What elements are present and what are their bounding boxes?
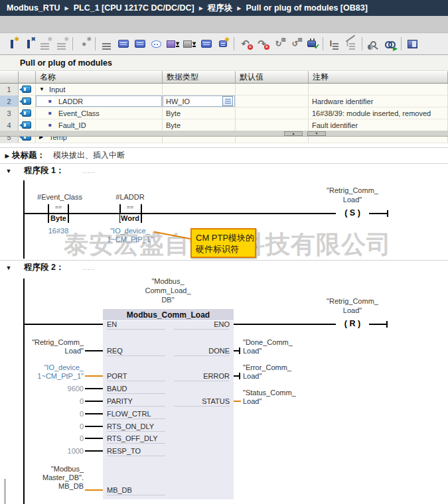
breadcrumb-project[interactable]: Modbus_RTU	[7, 3, 60, 13]
table-row[interactable]: 3 ■Event_Class Byte 16#38/39: module ins…	[0, 107, 448, 119]
insert-block-call-icon[interactable]: ▾	[165, 36, 181, 52]
network2-comment-placeholder[interactable]: .....	[82, 264, 95, 271]
set-coil[interactable]: ( S )	[336, 208, 369, 218]
input-value-resp-to[interactable]: 1000	[15, 447, 84, 456]
input-value-parity[interactable]: 0	[15, 397, 84, 406]
output-operand-status[interactable]: "Status_Comm_Load"	[243, 389, 296, 406]
insert-row-below-icon[interactable]: ✱	[53, 36, 70, 52]
default-cell[interactable]	[236, 84, 309, 95]
scroll-down-button[interactable]: ▼	[307, 131, 326, 136]
callout-note[interactable]: CM PTP模块的 硬件标识符	[190, 228, 256, 258]
editor-layout-icon[interactable]	[404, 36, 421, 52]
pin-flow-ctrl[interactable]: FLOW_CTRL	[107, 410, 165, 419]
compare-operator[interactable]: ==	[125, 204, 135, 211]
pin-en[interactable]: EN	[107, 320, 165, 330]
compare-type[interactable]: Byte	[50, 214, 67, 222]
pin-mb-db[interactable]: MB_DB	[107, 486, 165, 495]
instance-db-name[interactable]: "Modbus_	[151, 277, 184, 286]
expand-arrow-icon[interactable]: ▼	[39, 86, 49, 92]
next-error-icon[interactable]: ↷✕	[254, 36, 270, 52]
datatype-dropdown-button[interactable]	[222, 96, 233, 106]
instance-db-name[interactable]: Comm_Load_	[145, 286, 190, 295]
pin-eno[interactable]: ENO	[174, 320, 230, 330]
column-header-datatype[interactable]: 数据类型	[163, 71, 236, 84]
insert-row-icon[interactable]: ✱	[37, 36, 53, 52]
comment-icon[interactable]	[148, 36, 165, 52]
instance-db-name[interactable]: DB"	[161, 296, 174, 304]
block-title-comment[interactable]: 模块拔出、插入中断	[53, 150, 125, 161]
default-cell[interactable]	[236, 119, 309, 131]
branch-box-icon[interactable]	[131, 36, 148, 52]
name-cell[interactable]: ■Event_Class	[36, 107, 163, 119]
default-cell[interactable]	[236, 95, 309, 107]
comment-cell[interactable]	[309, 84, 448, 95]
name-cell[interactable]: ■LADDR	[36, 95, 163, 107]
expand-networks-icon[interactable]	[198, 36, 214, 52]
copy-structure-icon[interactable]: ●✱	[76, 36, 92, 52]
output-operand-done[interactable]: "Done_Comm_Load"	[243, 338, 293, 355]
network2-header[interactable]: ▼ 程序段 2： .....	[0, 260, 448, 275]
input-operand-mb-db[interactable]: "Modbus_Master_DB".MB_DB	[15, 465, 84, 491]
coil-operand[interactable]: Load"	[343, 306, 362, 315]
datatype-cell[interactable]: HW_IO	[163, 95, 236, 107]
name-cell[interactable]: ▼Input	[36, 84, 163, 95]
search-icon[interactable]	[365, 36, 382, 52]
pin-port[interactable]: PORT	[107, 372, 165, 381]
breadcrumb-block[interactable]: Pull or plug of modules [OB83]	[246, 3, 368, 13]
monitor-on-icon[interactable]: I	[326, 36, 342, 52]
comment-cell[interactable]: Hardware identifier	[309, 95, 448, 107]
column-header-default[interactable]: 默认值	[236, 71, 309, 84]
network1-comment-placeholder[interactable]: .....	[82, 167, 95, 174]
coil-operand[interactable]: "Retrig_Comm_	[327, 186, 378, 195]
coil-operand[interactable]: "Retrig_Comm_	[327, 297, 378, 306]
favorites-icon[interactable]: ★	[214, 36, 231, 52]
outline-icon[interactable]	[98, 36, 115, 52]
table-row[interactable]: 1 ▼Input	[0, 84, 448, 95]
breadcrumb-program-blocks[interactable]: 程序块	[208, 3, 233, 14]
input-operand-req[interactable]: "Retrig_Comm_Load"	[15, 338, 84, 355]
input-value-rts-on-dly[interactable]: 0	[15, 422, 84, 431]
block-title-section[interactable]: ▶ 块标题： 模块拔出、插入中断	[0, 147, 448, 163]
pin-req[interactable]: REQ	[107, 347, 165, 356]
pin-parity[interactable]: PARITY	[107, 397, 165, 407]
collapse-arrow-icon[interactable]: ▼	[4, 168, 13, 174]
delete-network-icon[interactable]: ✖	[20, 36, 37, 52]
table-row[interactable]: 2 ■LADDR HW_IO Hardware identifier	[0, 95, 448, 107]
input-value-rts-off-dly[interactable]: 0	[15, 434, 84, 443]
comment-cell[interactable]: Fault identifier	[309, 119, 448, 131]
datatype-cell[interactable]: Byte	[163, 107, 236, 119]
pin-status[interactable]: STATUS	[174, 397, 230, 407]
collapse-arrow-icon[interactable]: ▼	[4, 265, 13, 271]
monitor-off-icon[interactable]: I	[342, 36, 359, 52]
coil-operand[interactable]: Load"	[343, 196, 362, 204]
insert-empty-box-icon[interactable]: ▾	[181, 36, 198, 52]
update-block-call-icon[interactable]: ↻▦	[270, 36, 287, 52]
column-header-comment[interactable]: 注释	[309, 71, 448, 84]
default-cell[interactable]	[236, 107, 309, 119]
compile-icon[interactable]: ✔	[303, 36, 320, 52]
pin-rts-off-dly[interactable]: RTS_OFF_DLY	[107, 434, 165, 444]
previous-error-icon[interactable]: ↶✕	[237, 36, 254, 52]
compare-operator[interactable]: ==	[54, 204, 64, 211]
add-network-icon[interactable]: ✱	[3, 36, 20, 52]
reset-coil[interactable]: ( R )	[336, 319, 369, 329]
input-value-flow-ctrl[interactable]: 0	[15, 410, 84, 418]
output-operand-error[interactable]: "Error_Comm_Load"	[243, 363, 291, 381]
network1-header[interactable]: ▼ 程序段 1： .....	[0, 163, 448, 178]
table-row[interactable]: 4 ■Fault_ID Byte Fault identifier	[0, 119, 448, 131]
column-header-name[interactable]: 名称	[36, 71, 163, 84]
breadcrumb-plc[interactable]: PLC_1 [CPU 1217C DC/DC/DC]	[74, 3, 194, 13]
pin-baud[interactable]: BAUD	[107, 385, 165, 394]
snapshot-icon[interactable]: ↺▦	[287, 36, 303, 52]
input-value-baud[interactable]: 9600	[15, 385, 84, 393]
input-operand-port[interactable]: "IO_device_1~CM_PtP_1"	[15, 363, 84, 381]
contact-operand[interactable]: #LADDR	[115, 193, 144, 202]
comment-cell[interactable]: 16#38/39: module inserted, removed	[309, 107, 448, 119]
pin-done[interactable]: DONE	[174, 347, 230, 356]
compare-type[interactable]: Word	[120, 214, 140, 222]
datatype-cell[interactable]: Byte	[163, 119, 236, 131]
ladder-box-icon[interactable]	[115, 36, 131, 52]
contact-operand[interactable]: #Event_Class	[37, 193, 82, 202]
scroll-up-button[interactable]: ▲	[284, 131, 303, 136]
collapse-arrow-icon[interactable]: ▶	[3, 153, 12, 159]
